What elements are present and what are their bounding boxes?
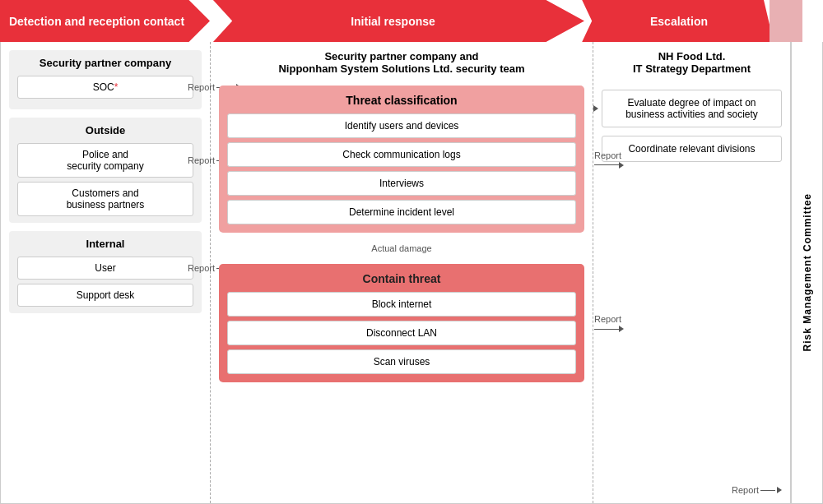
outside-title: Outside bbox=[17, 124, 193, 136]
action-scan-viruses: Scan viruses bbox=[227, 349, 576, 374]
support-entity: Support desk bbox=[17, 284, 193, 307]
right-panel: NH Food Ltd. IT Strategy Department Eval… bbox=[593, 42, 791, 503]
report-label-soc: Report bbox=[188, 82, 215, 92]
user-label: User bbox=[95, 262, 115, 274]
security-partner-group: Security partner company SOC* Report bbox=[9, 50, 202, 109]
threat-classification-title: Threat classification bbox=[227, 94, 576, 107]
nh-food-title: NH Food Ltd. IT Strategy Department bbox=[602, 50, 782, 75]
action-identify: Identify users and devices bbox=[227, 113, 576, 138]
header-row: Detection and reception contact Initial … bbox=[0, 0, 823, 42]
header-escalation: Escalation bbox=[576, 0, 774, 42]
report-label-user: Report bbox=[188, 263, 215, 273]
internal-group: Internal User Report Support desk bbox=[9, 231, 202, 313]
action-block-internet: Block internet bbox=[227, 292, 576, 317]
middle-header-title: Security partner company and Nipponham S… bbox=[219, 50, 584, 75]
user-entity: User bbox=[17, 257, 193, 280]
action-disconnect-lan: Disconnect LAN bbox=[227, 321, 576, 345]
evaluate-impact-box: Evaluate degree of impact on business ac… bbox=[602, 90, 782, 127]
initial-header-label: Initial response bbox=[351, 15, 435, 28]
coordinate-divisions-box: Coordinate relevant divisions bbox=[602, 136, 782, 162]
report-label-police: Report bbox=[188, 155, 215, 165]
detection-header-label: Detection and reception contact bbox=[9, 15, 184, 28]
report-label-contain: Report bbox=[594, 314, 621, 324]
internal-title: Internal bbox=[17, 238, 193, 250]
police-label: Police andsecurity company bbox=[67, 149, 143, 172]
support-label: Support desk bbox=[77, 289, 135, 301]
contain-threat-box: Contain threat Block internet Disconnect… bbox=[219, 264, 584, 382]
middle-panel: Security partner company and Nipponham S… bbox=[211, 42, 593, 503]
risk-committee-label: Risk Management Committee bbox=[802, 193, 813, 351]
contain-threat-title: Contain threat bbox=[227, 272, 576, 285]
action-incident-level: Determine incident level bbox=[227, 200, 576, 224]
header-risk bbox=[770, 0, 802, 42]
police-entity: Police andsecurity company bbox=[17, 143, 193, 178]
customers-entity: Customers andbusiness partners bbox=[17, 182, 193, 216]
header-detection: Detection and reception contact bbox=[0, 0, 210, 42]
security-partner-title: Security partner company bbox=[17, 57, 193, 69]
report-label-threat: Report bbox=[594, 150, 621, 160]
content-area: Security partner company SOC* Report Out… bbox=[0, 42, 823, 504]
header-initial: Initial response bbox=[202, 0, 584, 42]
action-interviews: Interviews bbox=[227, 171, 576, 196]
threat-classification-box: Threat classification Identify users and… bbox=[219, 86, 584, 233]
main-container: Detection and reception contact Initial … bbox=[0, 0, 823, 504]
outside-group: Outside Police andsecurity company Repor… bbox=[9, 118, 202, 223]
escalation-header-label: Escalation bbox=[650, 15, 708, 28]
report-label-right: Report bbox=[732, 485, 759, 495]
action-check-logs: Check communication logs bbox=[227, 142, 576, 167]
soc-entity: SOC* bbox=[17, 76, 193, 99]
left-panel: Security partner company SOC* Report Out… bbox=[1, 42, 211, 503]
actual-damage-label: Actual damage bbox=[219, 243, 584, 253]
risk-management-panel: Risk Management Committee bbox=[791, 42, 822, 503]
customers-label: Customers andbusiness partners bbox=[67, 187, 145, 210]
